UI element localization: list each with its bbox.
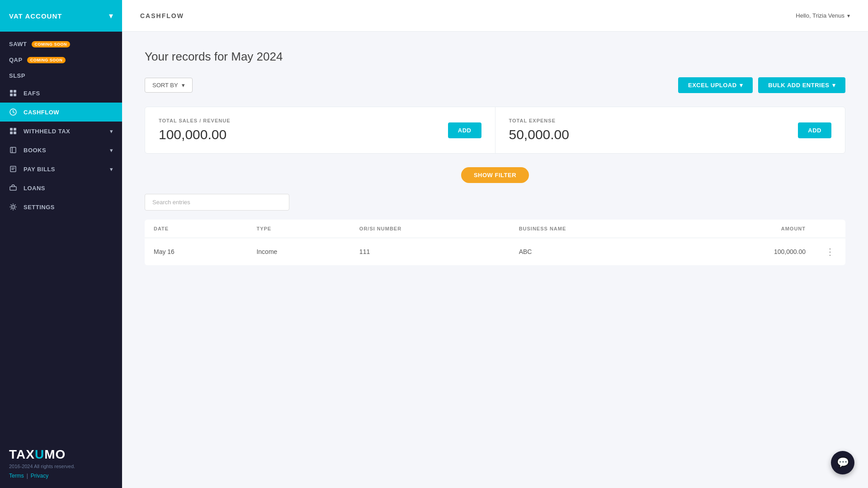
sort-by-arrow: ▾ [182, 82, 185, 89]
total-sales-value: 100,000.00 [159, 127, 231, 142]
sort-by-button[interactable]: SORT BY ▾ [145, 78, 193, 93]
table-header-row: DATE TYPE OR/SI NUMBER BUSINESS NAME AMO… [145, 220, 845, 238]
sidebar-item-cashflow[interactable]: CASHFLOW [0, 103, 122, 122]
topbar-user-arrow: ▾ [847, 13, 850, 19]
topbar-user[interactable]: Hello, Trizia Venus ▾ [796, 12, 850, 19]
sidebar-item-sawt[interactable]: SAWT COMING SOON [0, 36, 122, 52]
terms-link[interactable]: Terms [9, 473, 24, 479]
gear-icon [9, 203, 17, 211]
sidebar-item-pay-bills-label: PAY BILLS [24, 166, 55, 173]
pay-bills-arrow: ▾ [110, 166, 113, 173]
sidebar-item-eafs-label: EAFS [24, 90, 40, 97]
chart-icon [9, 108, 17, 116]
toolbar-right: EXCEL UPLOAD ▾ BULK ADD ENTRIES ▾ [678, 77, 845, 93]
total-sales-block: TOTAL SALES / REVENUE 100,000.00 ADD [145, 107, 495, 153]
sidebar-item-qap-label: QAP [9, 56, 23, 63]
add-expense-button[interactable]: ADD [798, 122, 831, 138]
search-input[interactable] [145, 194, 289, 211]
sidebar-item-books[interactable]: BOOKS ▾ [0, 141, 122, 160]
row-actions-button[interactable]: ⋮ [824, 246, 836, 257]
sidebar-item-settings-label: SETTINGS [24, 204, 55, 211]
sidebar-item-loans[interactable]: LOANS [0, 178, 122, 197]
sidebar-item-withheld-tax[interactable]: WITHHELD TAX ▾ [0, 122, 122, 141]
sawt-badge: COMING SOON [32, 41, 71, 47]
stats-row: TOTAL SALES / REVENUE 100,000.00 ADD TOT… [145, 107, 845, 154]
sidebar-item-slsp[interactable]: SLSP [0, 68, 122, 84]
bulk-add-arrow: ▾ [832, 82, 836, 89]
links-separator: | [27, 473, 28, 479]
bulk-add-label: BULK ADD ENTRIES [768, 82, 829, 89]
svg-rect-3 [14, 94, 16, 96]
topbar: CASHFLOW Hello, Trizia Venus ▾ [122, 0, 868, 32]
add-sales-button[interactable]: ADD [448, 122, 481, 138]
sidebar-links: Terms | Privacy [9, 473, 113, 479]
sidebar-item-loans-label: LOANS [24, 185, 45, 192]
cell-date: May 16 [145, 238, 247, 266]
grid-icon-2 [9, 127, 17, 135]
book-icon [9, 146, 17, 154]
chat-bubble[interactable]: 💬 [831, 451, 854, 474]
svg-rect-1 [14, 90, 16, 93]
show-filter-button[interactable]: SHOW FILTER [461, 167, 529, 183]
sidebar-item-withheld-tax-label: WITHHELD TAX [24, 128, 70, 135]
page-title: Your records for May 2024 [145, 50, 845, 64]
svg-rect-2 [10, 94, 13, 96]
excel-upload-label: EXCEL UPLOAD [688, 82, 737, 89]
sidebar-header-title: VAT ACCOUNT [9, 12, 62, 20]
sidebar-copyright: 2016-2024 All rights reserved. [9, 464, 113, 469]
topbar-title: CASHFLOW [140, 12, 184, 19]
sidebar-item-pay-bills[interactable]: PAY BILLS ▾ [0, 160, 122, 178]
bulk-add-button[interactable]: BULK ADD ENTRIES ▾ [758, 77, 845, 93]
sidebar-item-eafs[interactable]: EAFS [0, 84, 122, 103]
svg-rect-7 [10, 131, 13, 134]
excel-upload-arrow: ▾ [740, 82, 743, 89]
col-or-si: OR/SI NUMBER [350, 220, 510, 238]
cell-type: Income [247, 238, 350, 266]
total-expense-value: 50,000.00 [509, 127, 569, 142]
sidebar-item-cashflow-label: CASHFLOW [24, 109, 59, 116]
withheld-tax-arrow: ▾ [110, 128, 113, 135]
col-business-name: BUSINESS NAME [510, 220, 683, 238]
sidebar-logo: TAXUMO [9, 447, 113, 462]
sidebar-nav: SAWT COMING SOON QAP COMING SOON SLSP EA… [0, 32, 122, 438]
search-row [145, 194, 845, 211]
sidebar-item-sawt-label: SAWT [9, 41, 27, 47]
svg-rect-0 [10, 90, 13, 93]
total-expense-label: TOTAL EXPENSE [509, 118, 569, 123]
excel-upload-button[interactable]: EXCEL UPLOAD ▾ [678, 77, 753, 93]
sort-by-label: SORT BY [152, 82, 178, 89]
total-expense-block: TOTAL EXPENSE 50,000.00 ADD [495, 107, 845, 153]
filter-row: SHOW FILTER [145, 167, 845, 183]
col-type: TYPE [247, 220, 350, 238]
main-content: CASHFLOW Hello, Trizia Venus ▾ Your reco… [122, 0, 868, 488]
privacy-link[interactable]: Privacy [31, 473, 48, 479]
svg-point-12 [12, 206, 14, 208]
books-arrow: ▾ [110, 147, 113, 154]
sidebar-item-settings[interactable]: SETTINGS [0, 197, 122, 216]
svg-rect-6 [14, 128, 16, 131]
loans-icon [9, 184, 17, 192]
chat-icon: 💬 [837, 457, 849, 469]
svg-rect-5 [10, 128, 13, 131]
sidebar-header-arrow: ▾ [109, 11, 113, 21]
cell-business-name: ABC [510, 238, 683, 266]
table-row: May 16 Income 111 ABC 100,000.00 ⋮ [145, 238, 845, 266]
svg-rect-9 [10, 147, 16, 153]
col-date: DATE [145, 220, 247, 238]
qap-badge: COMING SOON [27, 57, 66, 63]
svg-rect-8 [14, 131, 16, 134]
sidebar-header[interactable]: VAT ACCOUNT ▾ [0, 0, 122, 32]
cell-or-si: 111 [350, 238, 510, 266]
topbar-user-greeting: Hello, Trizia Venus [796, 12, 844, 19]
sidebar-item-qap[interactable]: QAP COMING SOON [0, 52, 122, 68]
cell-amount: 100,000.00 [683, 238, 815, 266]
cell-actions[interactable]: ⋮ [815, 238, 845, 266]
toolbar: SORT BY ▾ EXCEL UPLOAD ▾ BULK ADD ENTRIE… [145, 77, 845, 93]
svg-rect-11 [10, 187, 16, 190]
grid-icon [9, 89, 17, 97]
sidebar: VAT ACCOUNT ▾ SAWT COMING SOON QAP COMIN… [0, 0, 122, 488]
total-sales-label: TOTAL SALES / REVENUE [159, 118, 231, 123]
entries-table: DATE TYPE OR/SI NUMBER BUSINESS NAME AMO… [145, 220, 845, 265]
svg-rect-10 [10, 166, 16, 172]
sidebar-item-slsp-label: SLSP [9, 72, 25, 79]
